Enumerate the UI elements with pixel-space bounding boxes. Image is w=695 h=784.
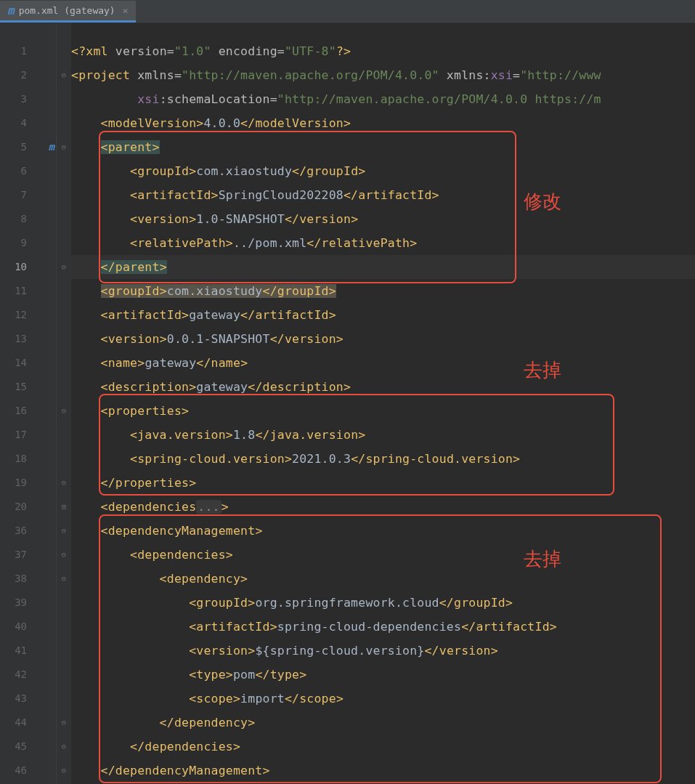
code-line[interactable]: <version>1.0-SNAPSHOT</version>	[71, 207, 695, 231]
code-line[interactable]: <type>pom</type>	[71, 663, 695, 687]
code-line[interactable]: <artifactId>spring-cloud-dependencies</a…	[71, 615, 695, 639]
line-number[interactable]: 37	[0, 543, 56, 567]
line-number[interactable]: 8	[0, 207, 56, 231]
line-number[interactable]: 1	[0, 39, 56, 63]
code-line[interactable]: <groupId>com.xiaostudy</groupId>	[71, 279, 695, 303]
fold-toggle[interactable]: ⊖	[57, 471, 71, 495]
line-gutter: 12345m↑678910111213141516171819203637383…	[0, 23, 57, 784]
fold-toggle[interactable]: ⊖	[57, 399, 71, 423]
fold-toggle[interactable]: ⊖	[57, 711, 71, 735]
code-line[interactable]: </dependencies>	[71, 735, 695, 759]
code-line[interactable]: <dependencyManagement>	[71, 519, 695, 543]
line-number[interactable]: 19	[0, 471, 56, 495]
fold-toggle	[57, 183, 71, 207]
fold-toggle	[57, 447, 71, 471]
line-number[interactable]: 43	[0, 687, 56, 711]
code-line[interactable]: xsi:schemaLocation="http://maven.apache.…	[71, 87, 695, 111]
fold-column: ⊖⊖⊖⊖⊖⊞⊖⊖⊖⊖⊖⊖	[57, 23, 71, 784]
fold-toggle[interactable]: ⊖	[57, 255, 71, 279]
fold-toggle	[57, 111, 71, 135]
fold-toggle[interactable]: ⊖	[57, 567, 71, 591]
code-area[interactable]: <?xml version="1.0" encoding="UTF-8"?> <…	[71, 23, 695, 784]
line-number[interactable]: 10	[0, 255, 56, 279]
fold-toggle[interactable]: ⊖	[57, 543, 71, 567]
line-number[interactable]: 9	[0, 231, 56, 255]
fold-toggle	[57, 39, 71, 63]
code-line[interactable]: <artifactId>gateway</artifactId>	[71, 303, 695, 327]
fold-toggle	[57, 159, 71, 183]
line-number[interactable]: 18	[0, 447, 56, 471]
code-line-current[interactable]: </parent>	[71, 255, 695, 279]
code-line[interactable]: <version>${spring-cloud.version}</versio…	[71, 639, 695, 663]
fold-toggle	[57, 231, 71, 255]
code-line[interactable]: <project xmlns="http://maven.apache.org/…	[71, 63, 695, 87]
fold-toggle	[57, 327, 71, 351]
fold-toggle	[57, 639, 71, 663]
close-icon[interactable]: ×	[123, 5, 129, 16]
fold-toggle	[57, 375, 71, 399]
tab-bar: m pom.xml (gateway) ×	[0, 0, 695, 23]
line-number[interactable]: 3	[0, 87, 56, 111]
line-number[interactable]: 17	[0, 423, 56, 447]
code-line[interactable]: <properties>	[71, 399, 695, 423]
line-number[interactable]: 4	[0, 111, 56, 135]
line-number[interactable]: 6	[0, 159, 56, 183]
code-line[interactable]: <scope>import</scope>	[71, 687, 695, 711]
line-number[interactable]: 39	[0, 591, 56, 615]
line-number[interactable]: 36	[0, 519, 56, 543]
code-line[interactable]: <description>gateway</description>	[71, 375, 695, 399]
code-line[interactable]: <modelVersion>4.0.0</modelVersion>	[71, 111, 695, 135]
line-number[interactable]: 5m↑	[0, 135, 56, 159]
fold-toggle	[57, 591, 71, 615]
fold-toggle	[57, 615, 71, 639]
code-line[interactable]: <version>0.0.1-SNAPSHOT</version>	[71, 327, 695, 351]
code-line[interactable]: </dependency>	[71, 711, 695, 735]
fold-toggle	[57, 423, 71, 447]
line-number[interactable]: 13	[0, 327, 56, 351]
code-line[interactable]: <dependency>	[71, 567, 695, 591]
fold-toggle[interactable]: ⊖	[57, 735, 71, 759]
line-number[interactable]: 40	[0, 615, 56, 639]
line-number[interactable]: 42	[0, 663, 56, 687]
code-line[interactable]: <name>gateway</name>	[71, 351, 695, 375]
fold-toggle	[57, 87, 71, 111]
fold-toggle	[57, 303, 71, 327]
file-tab[interactable]: m pom.xml (gateway) ×	[0, 1, 136, 23]
code-line[interactable]: <java.version>1.8</java.version>	[71, 423, 695, 447]
code-line[interactable]: <groupId>com.xiaostudy</groupId>	[71, 159, 695, 183]
code-line[interactable]: <groupId>org.springframework.cloud</grou…	[71, 591, 695, 615]
code-line[interactable]: <dependencies...>	[71, 495, 695, 519]
code-line[interactable]: <spring-cloud.version>2021.0.3</spring-c…	[71, 447, 695, 471]
code-line[interactable]: <parent>	[71, 135, 695, 159]
line-number[interactable]: 7	[0, 183, 56, 207]
fold-toggle[interactable]: ⊖	[57, 63, 71, 87]
code-line[interactable]: <dependencies>	[71, 543, 695, 567]
line-number[interactable]: 12	[0, 303, 56, 327]
line-number[interactable]: 15	[0, 375, 56, 399]
line-number[interactable]: 44	[0, 711, 56, 735]
line-number[interactable]: 20	[0, 495, 56, 519]
line-number[interactable]: 46	[0, 759, 56, 783]
code-line[interactable]: </dependencyManagement>	[71, 759, 695, 783]
fold-toggle	[57, 207, 71, 231]
code-line[interactable]: </properties>	[71, 471, 695, 495]
line-number[interactable]: 45	[0, 735, 56, 759]
fold-toggle	[57, 351, 71, 375]
code-line[interactable]: <?xml version="1.0" encoding="UTF-8"?>	[71, 39, 695, 63]
code-line[interactable]: <relativePath>../pom.xml</relativePath>	[71, 231, 695, 255]
line-number[interactable]: 11	[0, 279, 56, 303]
line-number[interactable]: 2	[0, 63, 56, 87]
line-number[interactable]: 14	[0, 351, 56, 375]
fold-toggle[interactable]: ⊖	[57, 519, 71, 543]
fold-toggle	[57, 279, 71, 303]
editor-area: 12345m↑678910111213141516171819203637383…	[0, 23, 695, 784]
code-line[interactable]: <artifactId>SpringCloud202208</artifactI…	[71, 183, 695, 207]
line-number[interactable]: 16	[0, 399, 56, 423]
line-number[interactable]: 41	[0, 639, 56, 663]
line-number[interactable]: 38	[0, 567, 56, 591]
fold-toggle	[57, 687, 71, 711]
maven-icon: m↑	[49, 135, 54, 159]
fold-toggle[interactable]: ⊞	[57, 495, 71, 519]
fold-toggle[interactable]: ⊖	[57, 135, 71, 159]
fold-toggle[interactable]: ⊖	[57, 759, 71, 783]
